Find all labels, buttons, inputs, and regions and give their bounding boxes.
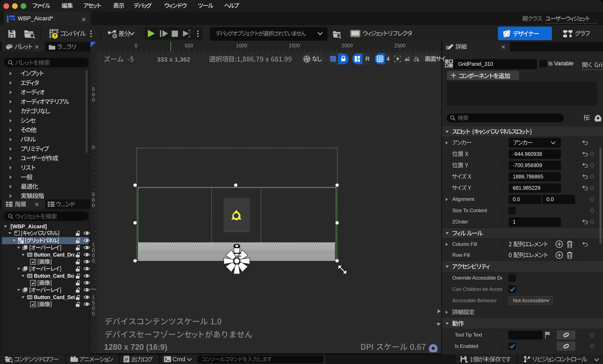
svg-text:?: ?	[53, 33, 56, 38]
